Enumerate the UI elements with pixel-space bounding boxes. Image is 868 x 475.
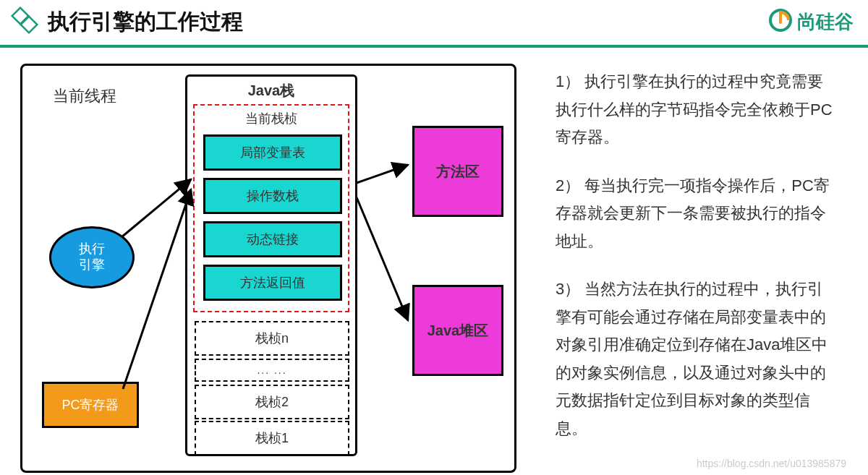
watermark: https://blog.csdn.net/u013985879 bbox=[697, 458, 846, 469]
cell-dynamic-link: 动态链接 bbox=[203, 221, 342, 257]
java-stack-label: Java栈 bbox=[187, 81, 355, 100]
slide-title: 执行引擎的工作过程 bbox=[48, 7, 243, 37]
slide-content: 当前线程 Java栈 当前栈桢 局部变量表 操作数栈 动态链接 方法返回值 栈桢… bbox=[0, 48, 868, 468]
current-frame-label: 当前栈桢 bbox=[195, 110, 348, 127]
heap-area-node: Java堆区 bbox=[412, 285, 503, 376]
architecture-diagram: 当前线程 Java栈 当前栈桢 局部变量表 操作数栈 动态链接 方法返回值 栈桢… bbox=[20, 64, 534, 468]
exec-engine-label: 执行 引擎 bbox=[79, 241, 105, 273]
frame-1: 栈桢1 bbox=[195, 421, 349, 455]
brand-logo-icon bbox=[768, 8, 793, 35]
slide-header: 执行引擎的工作过程 尚硅谷 bbox=[0, 0, 868, 48]
diamond-icon bbox=[10, 6, 39, 38]
method-area-node: 方法区 bbox=[412, 126, 503, 217]
brand-name: 尚硅谷 bbox=[797, 9, 854, 35]
cell-return-value: 方法返回值 bbox=[203, 265, 342, 301]
desc-p3: 3） 当然方法在执行的过程中，执行引擎有可能会通过存储在局部变量表中的对象引用准… bbox=[556, 275, 839, 442]
frame-ellipsis: ... ... bbox=[195, 359, 349, 382]
current-frame-box: 当前栈桢 局部变量表 操作数栈 动态链接 方法返回值 bbox=[193, 104, 349, 312]
frame-2: 栈桢2 bbox=[195, 385, 349, 419]
desc-p2: 2） 每当执行完一项指令操作后，PC寄存器就会更新下一条需要被执行的指令地址。 bbox=[556, 172, 839, 256]
frame-n: 栈桢n bbox=[195, 321, 349, 356]
header-left: 执行引擎的工作过程 bbox=[10, 6, 243, 38]
description-panel: 1） 执行引擎在执行的过程中究竟需要执行什么样的字节码指令完全依赖于PC寄存器。… bbox=[534, 64, 868, 468]
pc-register-node: PC寄存器 bbox=[42, 382, 139, 428]
svg-rect-1 bbox=[21, 17, 38, 33]
java-stack-box: Java栈 当前栈桢 局部变量表 操作数栈 动态链接 方法返回值 栈桢n ...… bbox=[185, 74, 357, 456]
desc-p1: 1） 执行引擎在执行的过程中究竟需要执行什么样的字节码指令完全依赖于PC寄存器。 bbox=[556, 68, 839, 152]
svg-rect-0 bbox=[12, 8, 29, 25]
exec-engine-node: 执行 引擎 bbox=[49, 226, 135, 288]
thread-label: 当前线程 bbox=[53, 85, 116, 107]
cell-operand-stack: 操作数栈 bbox=[203, 178, 342, 214]
brand-logo: 尚硅谷 bbox=[768, 8, 854, 35]
cell-local-vars: 局部变量表 bbox=[203, 134, 342, 171]
slide-root: 执行引擎的工作过程 尚硅谷 当前线程 Java栈 当前栈桢 局部变量表 bbox=[0, 0, 868, 475]
